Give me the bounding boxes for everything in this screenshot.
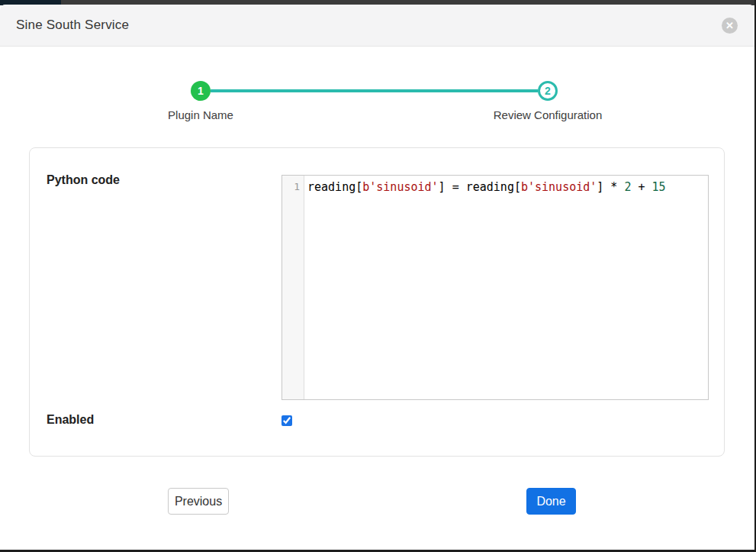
line-number: 1 — [282, 181, 300, 192]
code-token-plain: ] = reading[ — [439, 180, 521, 194]
previous-button[interactable]: Previous — [168, 488, 229, 515]
enabled-checkbox[interactable] — [281, 415, 292, 426]
stepper-connector-line — [211, 89, 538, 92]
config-card: Python code 1 reading[b'sinusoid'] = rea… — [29, 147, 725, 457]
modal-header: Sine South Service ✕ — [0, 5, 754, 47]
editor-line-number-gutter: 1 — [282, 176, 304, 399]
enabled-label: Enabled — [47, 413, 94, 427]
code-token-plain: + — [631, 180, 651, 194]
code-token-plain: reading[ — [307, 180, 362, 194]
stepper-step-2-circle: 2 — [538, 81, 558, 101]
app-window: Sine South Service ✕ 1 2 Plugin Name Rev… — [0, 0, 756, 552]
modal-title: Sine South Service — [16, 18, 129, 33]
code-token-string: b'sinusoid' — [521, 180, 597, 194]
close-icon[interactable]: ✕ — [722, 18, 738, 34]
done-button[interactable]: Done — [526, 488, 576, 515]
stepper-step-2-label: Review Configuration — [464, 108, 632, 121]
stepper-step-2-number: 2 — [545, 85, 551, 97]
python-code-label: Python code — [47, 173, 120, 187]
south-service-modal: Sine South Service ✕ 1 2 Plugin Name Rev… — [0, 5, 754, 550]
editor-code-line[interactable]: reading[b'sinusoid'] = reading[b'sinusoi… — [304, 176, 708, 399]
stepper-step-1-label: Plugin Name — [117, 108, 285, 121]
code-token-string: b'sinusoid' — [362, 180, 438, 194]
stepper-step-1-circle: 1 — [191, 81, 211, 101]
stepper-step-1-number: 1 — [198, 85, 204, 97]
code-token-plain: ] * — [597, 180, 624, 194]
python-code-editor[interactable]: 1 reading[b'sinusoid'] = reading[b'sinus… — [281, 175, 709, 400]
code-token-number: 15 — [652, 180, 666, 194]
